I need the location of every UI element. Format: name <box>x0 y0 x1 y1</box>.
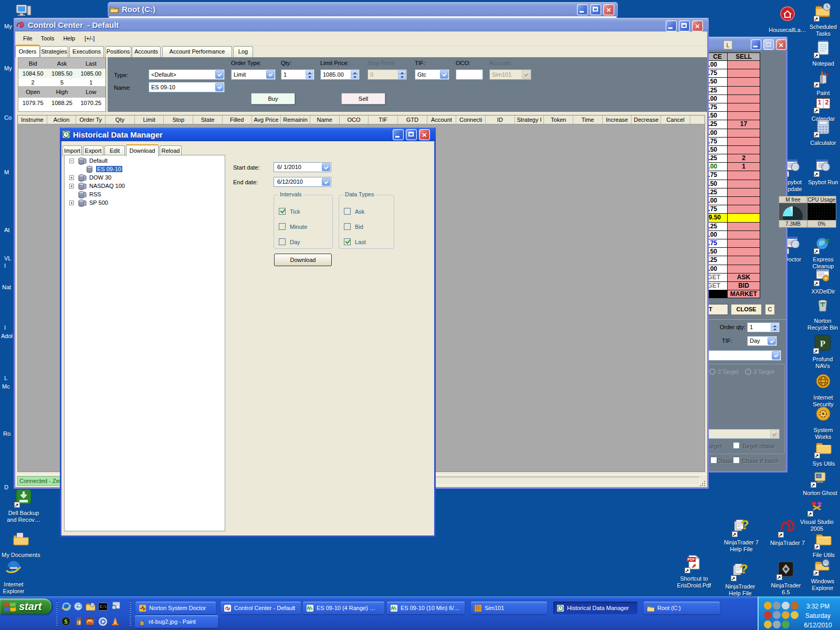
svg-text:P: P <box>820 339 825 349</box>
svg-text:C:\: C:\ <box>100 605 107 609</box>
svg-text:$: $ <box>64 617 68 625</box>
svg-text:?: ? <box>741 518 749 532</box>
svg-text:PDF: PDF <box>688 558 696 561</box>
svg-text:?: ? <box>740 562 748 576</box>
svg-text:2: 2 <box>825 99 829 106</box>
svg-text:1: 1 <box>818 99 822 106</box>
